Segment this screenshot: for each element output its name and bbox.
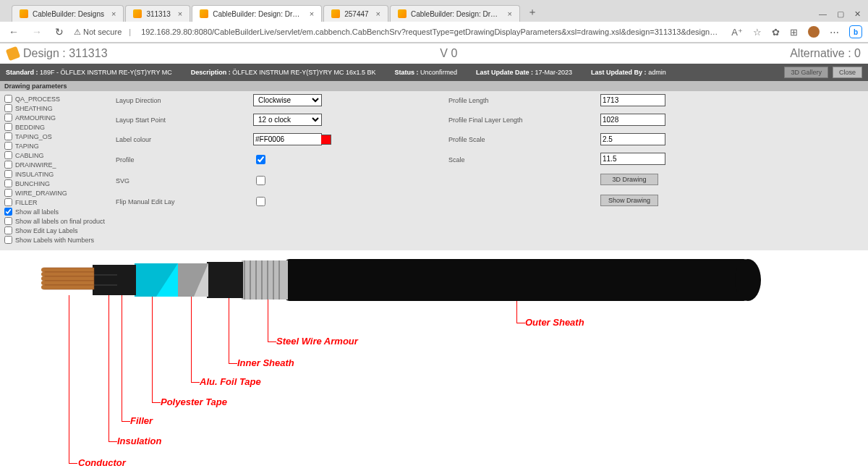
- favorites-bar-icon[interactable]: ✿: [772, 27, 780, 38]
- profile-length-input[interactable]: [600, 94, 665, 106]
- check-armouring[interactable]: ARMOURING: [4, 113, 111, 122]
- checkbox[interactable]: [4, 179, 12, 187]
- checkbox[interactable]: [4, 132, 12, 140]
- favicon: [200, 9, 208, 18]
- check-taping[interactable]: TAPING: [4, 141, 111, 150]
- checkbox[interactable]: [4, 208, 12, 216]
- refresh-icon[interactable]: ↻: [52, 25, 67, 39]
- check-wire-drawing[interactable]: WIRE_DRAWING: [4, 188, 111, 198]
- check-bedding[interactable]: BEDDING: [4, 122, 111, 132]
- tab[interactable]: CableBuilder: Designs×: [12, 5, 124, 22]
- svg-point-24: [41, 268, 46, 272]
- flip-label: Flip Manual Edit Lay: [116, 198, 246, 205]
- check-insulating[interactable]: INSULATING: [4, 169, 111, 179]
- checkbox-label: CABLING: [15, 152, 44, 159]
- check-sheathing[interactable]: SHEATHING: [4, 103, 111, 113]
- checkbox[interactable]: [4, 142, 12, 150]
- address-bar: ← → ↻ ⚠ Not secure | 192.168.29.80:8080/…: [0, 22, 868, 43]
- more-icon[interactable]: ⋯: [830, 27, 839, 38]
- form-grid: Layup Direction Clockwise Profile Length…: [116, 94, 868, 245]
- tab[interactable]: CableBuilder: Design: Drawing×: [390, 5, 520, 22]
- tab-close-icon[interactable]: ×: [508, 9, 512, 18]
- checkbox[interactable]: [4, 198, 12, 206]
- check-taping-os[interactable]: TAPING_OS: [4, 132, 111, 141]
- tab-close-icon[interactable]: ×: [178, 9, 182, 18]
- checkbox-label: WIRE_DRAWING: [15, 190, 67, 197]
- svg-checkbox[interactable]: [256, 176, 265, 185]
- check-cabling[interactable]: CABLING: [4, 150, 111, 160]
- checkbox[interactable]: [4, 123, 12, 131]
- svg-rect-23: [43, 285, 94, 289]
- favicon: [331, 9, 340, 18]
- window-controls: — ▢ ✕: [812, 7, 868, 22]
- checkbox-label: FILLER: [15, 199, 38, 206]
- profile-checkbox[interactable]: [256, 155, 265, 164]
- avatar[interactable]: [808, 26, 820, 38]
- not-secure-label: Not secure: [83, 27, 122, 36]
- check-qa-process[interactable]: QA_PROCESS: [4, 94, 111, 103]
- checkbox[interactable]: [4, 170, 12, 178]
- svg-rect-20: [43, 272, 94, 276]
- favorite-icon[interactable]: ☆: [753, 27, 762, 38]
- checkbox[interactable]: [4, 226, 12, 234]
- colour-swatch[interactable]: [321, 135, 331, 145]
- flip-checkbox[interactable]: [256, 197, 265, 206]
- check-show-all-labels[interactable]: Show all labels: [4, 207, 111, 216]
- checkbox[interactable]: [4, 161, 12, 169]
- check-show-edit-lay-labels[interactable]: Show Edit Lay Labels: [4, 226, 111, 235]
- checkbox-label: ARMOURING: [15, 114, 56, 122]
- new-tab-button[interactable]: ＋: [522, 3, 543, 22]
- check-show-labels-with-numbers[interactable]: Show Labels with Numbers: [4, 235, 111, 245]
- read-aloud-icon[interactable]: A⁺: [731, 27, 743, 38]
- svg-rect-0: [285, 259, 748, 301]
- checkbox[interactable]: [4, 236, 12, 244]
- check-show-all-labels-on-final-product[interactable]: Show all labels on final product: [4, 216, 111, 226]
- tab-label: CableBuilder: Designs: [33, 10, 104, 18]
- 3d-gallery-button[interactable]: 3D Gallery: [784, 67, 828, 78]
- tab-close-icon[interactable]: ×: [376, 9, 380, 18]
- close-window-icon[interactable]: ✕: [854, 9, 861, 19]
- tab-close-icon[interactable]: ×: [111, 9, 116, 18]
- tab-close-icon[interactable]: ×: [310, 9, 314, 18]
- layup-direction-select[interactable]: Clockwise: [253, 94, 322, 106]
- checkbox[interactable]: [4, 104, 12, 112]
- url-field[interactable]: 192.168.29.80:8080/CableBuilderLive/serv…: [138, 26, 724, 38]
- version-label: V 0: [108, 47, 791, 60]
- polyester-label: Polyester Tape: [161, 396, 227, 407]
- security-indicator[interactable]: ⚠ Not secure: [74, 27, 122, 37]
- check-bunching[interactable]: BUNCHING: [4, 179, 111, 188]
- tab-label: CableBuilder: Design: Drawing: [411, 10, 501, 18]
- check-filler[interactable]: FILLER: [4, 198, 111, 207]
- profile-scale-input[interactable]: [600, 133, 665, 145]
- date-label: Last Update Date :: [476, 69, 533, 76]
- layup-start-select[interactable]: 12 o clock: [253, 114, 322, 126]
- checkbox[interactable]: [4, 217, 12, 225]
- toolbar-icons: A⁺ ☆ ✿ ⊞ ⋯ b: [731, 25, 862, 38]
- checkbox[interactable]: [4, 151, 12, 159]
- bing-icon[interactable]: b: [849, 25, 862, 38]
- favicon: [398, 9, 407, 18]
- checkbox-label: Show all labels: [15, 208, 59, 216]
- forward-icon[interactable]: →: [29, 25, 45, 39]
- show-drawing-button[interactable]: Show Drawing: [600, 195, 658, 206]
- description-label: Description :: [191, 69, 231, 76]
- check-drainwire-[interactable]: DRAINWIRE_: [4, 160, 111, 169]
- profile-final-input[interactable]: [600, 114, 665, 126]
- 3d-drawing-button[interactable]: 3D Drawing: [600, 174, 658, 185]
- tab[interactable]: 257447×: [323, 5, 388, 22]
- tab[interactable]: 311313×: [125, 5, 190, 22]
- checkbox[interactable]: [4, 114, 12, 122]
- collections-icon[interactable]: ⊞: [790, 27, 798, 38]
- checkbox[interactable]: [4, 95, 12, 103]
- maximize-icon[interactable]: ▢: [837, 9, 844, 19]
- label-colour-input[interactable]: [253, 133, 322, 145]
- tab-active[interactable]: CableBuilder: Design: Drawing×: [192, 5, 322, 22]
- back-icon[interactable]: ←: [6, 25, 22, 39]
- separator: |: [129, 27, 131, 36]
- info-strip: Standard : 189F - ÖLFLEX INSTRUM RE-Y(ST…: [0, 64, 868, 81]
- checkbox[interactable]: [4, 189, 12, 197]
- svg-label: SVG: [116, 177, 246, 184]
- close-button[interactable]: Close: [833, 67, 862, 78]
- minimize-icon[interactable]: —: [819, 9, 827, 19]
- scale-input[interactable]: [600, 153, 665, 165]
